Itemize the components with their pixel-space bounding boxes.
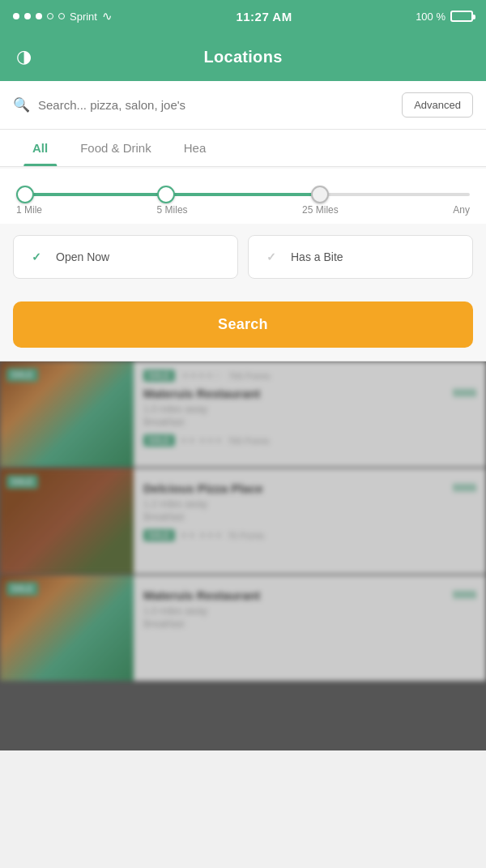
advanced-button[interactable]: Advanced [402, 92, 473, 118]
search-btn-container: Search [0, 290, 486, 361]
status-bar: Sprint ∿ 11:27 AM 100 % [0, 0, 486, 32]
result-bottom-stars-2: ★★ ★★★ [180, 530, 223, 541]
open-now-label: Open Now [56, 250, 109, 263]
result-info-1: SALE ★★★★☆ 766 Points Materuis Restauran… [134, 361, 486, 467]
result-info-2: Delcious Pizza Place $$$$ 1.2 miles away… [134, 468, 486, 574]
result-category-3: Breakfast [143, 618, 476, 630]
results-list: SALE SALE ★★★★☆ 766 Points Materuis Rest… [0, 361, 486, 681]
has-bite-checkmark: ✓ [262, 247, 281, 267]
result-price-1: $$$$ [453, 387, 476, 399]
tab-all[interactable]: All [16, 130, 64, 166]
result-bottom-meta-2: SALE ★★ ★★★ 76 Points [143, 529, 476, 541]
has-bite-filter[interactable]: ✓ Has a Bite [248, 235, 473, 279]
result-bottom-reviews-1: 766 Points [228, 436, 270, 446]
result-price-2: $$$$ [453, 481, 476, 494]
result-badge-2: SALE [6, 475, 38, 489]
slider-track[interactable] [16, 193, 470, 196]
slider-label-4: Any [453, 204, 470, 216]
status-time: 11:27 AM [236, 10, 292, 24]
signal-dot-4 [47, 13, 53, 19]
slider-labels: 1 Mile 5 Miles 25 Miles Any [16, 204, 470, 216]
signal-dot-3 [36, 13, 42, 19]
result-name-2: Delcious Pizza Place [143, 481, 263, 495]
result-image-3: SALE [0, 575, 134, 681]
signal-dot-1 [13, 13, 19, 19]
slider-label-2: 5 Miles [157, 204, 188, 216]
has-bite-label: Has a Bite [291, 250, 343, 263]
result-meta-1: SALE ★★★★☆ 766 Points [143, 370, 476, 382]
table-row[interactable]: SALE Materuis Restaurant $$$$ 1.0 miles … [0, 575, 486, 681]
result-bottom-reviews-2: 76 Points [228, 531, 265, 541]
slider-thumb-start[interactable] [16, 186, 34, 203]
signal-dot-5 [58, 13, 65, 19]
status-right: 100 % [416, 11, 473, 23]
result-name-row-1: Materuis Restaurant $$$$ [143, 387, 476, 404]
category-tabs: All Food & Drink Hea [0, 130, 486, 167]
status-left: Sprint ∿ [13, 9, 113, 24]
result-name-1: Materuis Restaurant [143, 387, 260, 400]
tab-food-drink[interactable]: Food & Drink [64, 130, 168, 166]
search-button[interactable]: Search [13, 301, 473, 348]
header: ◑ Locations [0, 32, 486, 81]
search-bar: 🔍 Advanced [0, 81, 486, 130]
search-input[interactable] [38, 98, 394, 112]
filter-buttons: ✓ Open Now ✓ Has a Bite [0, 224, 486, 290]
result-bottom-tag-1: SALE [143, 434, 175, 447]
battery-percent: 100 % [416, 11, 446, 23]
table-row[interactable]: SALE Delcious Pizza Place $$$$ 1.2 miles… [0, 468, 486, 574]
wifi-icon: ∿ [102, 9, 113, 24]
result-distance-1: 1.0 miles away [143, 404, 476, 415]
result-name-3: Materuis Restaurant [143, 588, 260, 602]
carrier-label: Sprint [70, 11, 97, 23]
location-pin-icon: ◑ [16, 46, 32, 67]
result-badge-1: SALE [6, 368, 38, 382]
result-badge-3: SALE [6, 582, 38, 596]
distance-slider-container: 1 Mile 5 Miles 25 Miles Any [0, 169, 486, 224]
result-bottom-tag-2: SALE [143, 529, 175, 541]
result-price-3: $$$$ [453, 588, 476, 601]
open-now-filter[interactable]: ✓ Open Now [13, 235, 238, 279]
page-title: Locations [203, 48, 282, 66]
results-container: SALE SALE ★★★★☆ 766 Points Materuis Rest… [0, 361, 486, 750]
result-distance-3: 1.0 miles away [143, 605, 476, 617]
slider-thumb-mid[interactable] [157, 186, 175, 203]
result-distance-2: 1.2 miles away [143, 498, 476, 510]
battery-icon [450, 11, 473, 22]
result-image-1: SALE [0, 361, 134, 467]
filter-panel: All Food & Drink Hea 1 Mile 5 Miles 25 M… [0, 130, 486, 361]
result-name-row-3: Materuis Restaurant $$$$ [143, 588, 476, 605]
slider-thumb-end[interactable] [311, 186, 329, 203]
result-name-row-2: Delcious Pizza Place $$$$ [143, 481, 476, 498]
result-bottom-meta-1: SALE ★★ ★★★ 766 Points [143, 434, 476, 447]
result-category-2: Breakfast [143, 511, 476, 523]
result-tag-1: SALE [143, 370, 175, 382]
tab-health[interactable]: Hea [168, 130, 223, 166]
signal-dot-2 [24, 13, 31, 19]
search-icon: 🔍 [13, 96, 30, 113]
result-stars-1: ★★★★☆ [181, 370, 222, 381]
result-category-1: Breakfast [143, 417, 476, 428]
result-info-3: Materuis Restaurant $$$$ 1.0 miles away … [134, 575, 486, 681]
slider-label-1: 1 Mile [16, 204, 42, 216]
result-reviews-1: 766 Points [228, 371, 271, 381]
result-image-2: SALE [0, 468, 134, 574]
result-bottom-stars-1: ★★ ★★★ [180, 435, 223, 446]
table-row[interactable]: SALE SALE ★★★★☆ 766 Points Materuis Rest… [0, 361, 486, 467]
open-now-checkmark: ✓ [27, 247, 46, 267]
slider-label-3: 25 Miles [302, 204, 339, 216]
